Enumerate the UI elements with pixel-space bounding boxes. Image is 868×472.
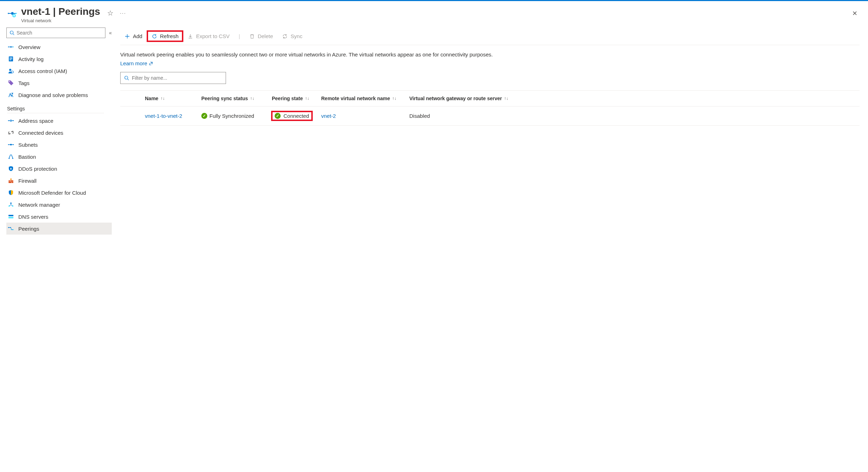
- svg-point-16: [8, 120, 9, 121]
- ddos-icon: [8, 165, 14, 172]
- sidebar-item-dns[interactable]: DNS servers: [6, 211, 112, 223]
- firewall-icon: [8, 177, 14, 184]
- page-header: vnet-1 | Peerings Virtual network ☆ ··· …: [0, 1, 868, 28]
- peerings-table: Name↑↓ Peering sync status↑↓ Peering sta…: [120, 90, 860, 126]
- sidebar-item-subnets[interactable]: Subnets: [6, 139, 112, 151]
- svg-point-32: [10, 202, 12, 204]
- access-control-icon: [8, 68, 14, 74]
- sidebar-item-label: Bastion: [18, 154, 36, 160]
- svg-point-15: [9, 81, 10, 82]
- dns-icon: [8, 213, 14, 220]
- sort-icon: ↑↓: [160, 96, 165, 101]
- download-icon: [188, 34, 193, 39]
- sidebar-item-firewall[interactable]: Firewall: [6, 175, 112, 187]
- description-text: Virtual network peering enables you to s…: [120, 51, 860, 58]
- sidebar-item-connected-devices[interactable]: Connected devices: [6, 127, 112, 139]
- svg-rect-36: [8, 217, 13, 218]
- svg-rect-10: [10, 58, 12, 58]
- col-sync[interactable]: Peering sync status↑↓: [201, 96, 272, 101]
- search-icon: [10, 30, 14, 35]
- sidebar-item-address-space[interactable]: Address space: [6, 115, 112, 127]
- diagnose-icon: [8, 92, 14, 98]
- sync-icon: [282, 34, 288, 39]
- svg-rect-26: [11, 168, 12, 170]
- sidebar-item-network-manager[interactable]: Network manager: [6, 199, 112, 211]
- delete-button[interactable]: Delete: [245, 31, 277, 41]
- svg-rect-35: [8, 215, 13, 216]
- peering-name-link[interactable]: vnet-1-to-vnet-2: [145, 113, 182, 119]
- sidebar-item-label: Network manager: [18, 202, 60, 208]
- sidebar-item-defender[interactable]: Microsoft Defender for Cloud: [6, 187, 112, 199]
- learn-more-link[interactable]: Learn more: [120, 60, 860, 66]
- refresh-icon: [152, 34, 157, 39]
- sidebar-item-label: Overview: [18, 44, 41, 50]
- table-header: Name↑↓ Peering sync status↑↓ Peering sta…: [120, 90, 860, 107]
- remote-vnet-link[interactable]: vnet-2: [321, 113, 336, 119]
- connected-devices-icon: [8, 129, 14, 136]
- export-button[interactable]: Export to CSV: [183, 31, 234, 41]
- filter-input[interactable]: [132, 75, 222, 81]
- sidebar-item-peerings[interactable]: Peerings: [6, 223, 112, 235]
- plus-icon: [124, 34, 130, 39]
- sidebar: « Overview Activity log Access control (…: [0, 28, 112, 472]
- svg-point-7: [13, 47, 14, 48]
- svg-point-25: [12, 158, 13, 159]
- sync-status-cell: ✓ Fully Synchronized: [201, 113, 272, 119]
- activity-log-icon: [8, 56, 14, 62]
- svg-point-19: [10, 133, 11, 134]
- sidebar-item-activity-log[interactable]: Activity log: [6, 53, 112, 65]
- sidebar-search[interactable]: [6, 28, 105, 38]
- collapse-sidebar-icon[interactable]: «: [109, 30, 112, 36]
- sidebar-item-tags[interactable]: Tags: [6, 77, 112, 89]
- page-title: vnet-1 | Peerings: [21, 6, 100, 17]
- svg-point-2: [16, 13, 17, 14]
- address-space-icon: [8, 117, 14, 124]
- page-subtitle: Virtual network: [21, 18, 100, 23]
- col-gateway[interactable]: Virtual network gateway or route server↑…: [409, 96, 515, 101]
- svg-point-20: [12, 131, 13, 132]
- sort-icon: ↑↓: [504, 96, 508, 101]
- col-remote[interactable]: Remote virtual network name↑↓: [321, 96, 409, 101]
- svg-line-42: [128, 79, 129, 80]
- sync-button[interactable]: Sync: [278, 31, 306, 41]
- svg-rect-11: [10, 59, 12, 59]
- sort-icon: ↑↓: [250, 96, 254, 101]
- refresh-button[interactable]: Refresh: [147, 31, 183, 41]
- subnets-icon: [8, 141, 14, 148]
- vnet-small-icon: [8, 44, 14, 50]
- col-state[interactable]: Peering state↑↓: [272, 96, 321, 101]
- more-icon[interactable]: ···: [120, 10, 126, 16]
- sidebar-item-label: Connected devices: [18, 130, 63, 136]
- favorite-star-icon[interactable]: ☆: [107, 9, 114, 17]
- table-row[interactable]: vnet-1-to-vnet-2 ✓ Fully Synchronized ✓ …: [120, 107, 860, 126]
- sort-icon: ↑↓: [305, 96, 309, 101]
- search-icon: [124, 75, 129, 80]
- toolbar: Add Refresh Export to CSV | Delete S: [120, 28, 860, 45]
- svg-point-1: [8, 13, 9, 14]
- sidebar-item-label: Diagnose and solve problems: [18, 92, 88, 98]
- refresh-label: Refresh: [160, 33, 179, 39]
- toolbar-separator: |: [239, 34, 240, 39]
- sidebar-item-overview[interactable]: Overview: [6, 41, 112, 53]
- filter-box[interactable]: [120, 72, 226, 84]
- svg-point-41: [125, 76, 128, 79]
- main-content: Add Refresh Export to CSV | Delete S: [112, 28, 868, 472]
- learn-more-label: Learn more: [120, 60, 147, 66]
- peerings-icon: [8, 225, 14, 232]
- svg-point-13: [9, 69, 11, 71]
- svg-point-4: [10, 31, 13, 34]
- add-label: Add: [133, 33, 142, 39]
- svg-point-40: [13, 229, 14, 230]
- col-name[interactable]: Name↑↓: [145, 96, 201, 101]
- sidebar-item-label: Subnets: [18, 142, 38, 148]
- sidebar-search-input[interactable]: [17, 30, 102, 36]
- add-button[interactable]: Add: [120, 31, 147, 41]
- close-button[interactable]: ✕: [849, 8, 861, 19]
- sidebar-item-access-control[interactable]: Access control (IAM): [6, 65, 112, 77]
- sidebar-item-diagnose[interactable]: Diagnose and solve problems: [6, 89, 112, 101]
- sidebar-item-ddos[interactable]: DDoS protection: [6, 163, 112, 175]
- check-icon: ✓: [201, 113, 207, 119]
- sidebar-item-bastion[interactable]: Bastion: [6, 151, 112, 163]
- export-label: Export to CSV: [196, 33, 230, 39]
- sidebar-section-settings: Settings: [7, 106, 104, 113]
